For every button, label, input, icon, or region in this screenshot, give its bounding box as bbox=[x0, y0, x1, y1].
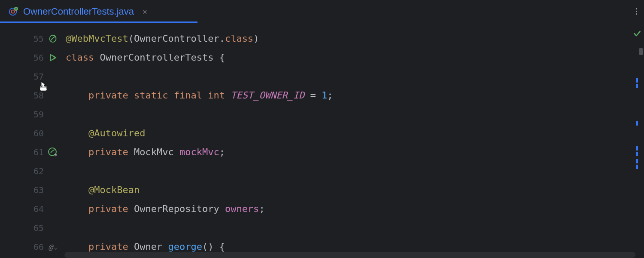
chevron-down-icon: ⌄ bbox=[54, 243, 57, 250]
code-line: private OwnerRepository owners; bbox=[66, 200, 644, 218]
run-test-icon[interactable] bbox=[47, 52, 58, 63]
scrollbar-horizontal[interactable] bbox=[64, 252, 635, 258]
line-number: 62 bbox=[30, 166, 44, 176]
spring-icon[interactable] bbox=[47, 33, 58, 44]
code-line bbox=[66, 218, 644, 237]
tab-close-icon[interactable]: ✕ bbox=[143, 7, 147, 16]
gutter-line[interactable]: 62 bbox=[0, 162, 62, 181]
scrollbar-thumb[interactable] bbox=[639, 48, 643, 55]
marker-icon[interactable] bbox=[636, 159, 638, 169]
gutter-line[interactable]: 55 bbox=[0, 29, 62, 48]
line-number: 60 bbox=[30, 128, 44, 138]
gutter-line[interactable]: 57 bbox=[0, 67, 62, 86]
gutter-line[interactable]: 64 bbox=[0, 200, 62, 218]
marker-icon[interactable] bbox=[636, 146, 638, 156]
more-actions-icon[interactable] bbox=[636, 8, 637, 15]
gutter-line[interactable]: 56 bbox=[0, 48, 62, 67]
mouse-cursor-icon bbox=[38, 79, 50, 93]
gutter-line[interactable]: 63 bbox=[0, 181, 62, 200]
line-number: 61 bbox=[30, 147, 44, 157]
line-number: 55 bbox=[30, 34, 44, 44]
editor: 55 56 57 58 59 60 61 bbox=[0, 23, 644, 258]
tab-title: OwnerControllerTests.java bbox=[23, 6, 134, 17]
tab-file[interactable]: OwnerControllerTests.java ✕ bbox=[0, 0, 153, 23]
gutter-line[interactable]: 60 bbox=[0, 124, 62, 143]
gutter-line[interactable]: 66 @ ⌄ bbox=[0, 237, 62, 256]
line-number: 59 bbox=[30, 109, 44, 120]
right-gutter bbox=[633, 23, 644, 258]
gutter-line[interactable]: 59 bbox=[0, 105, 62, 124]
gutter-line[interactable]: 65 bbox=[0, 218, 62, 237]
line-number: 63 bbox=[30, 185, 44, 195]
svg-point-1 bbox=[11, 10, 14, 13]
code-line bbox=[66, 67, 644, 86]
gutter-line[interactable]: 58 bbox=[0, 86, 62, 105]
code-line: private static final int TEST_OWNER_ID =… bbox=[66, 86, 644, 105]
marker-icon[interactable] bbox=[636, 121, 638, 126]
code-line bbox=[66, 105, 644, 124]
line-number: 56 bbox=[30, 52, 44, 63]
code-line: @Autowired bbox=[66, 124, 644, 143]
code-line: @WebMvcTest(OwnerController.class) bbox=[66, 29, 644, 48]
java-test-file-icon bbox=[9, 7, 18, 16]
line-number: 66 bbox=[30, 242, 44, 252]
code-line: @MockBean bbox=[66, 181, 644, 200]
marker-icon[interactable] bbox=[636, 78, 638, 88]
code-area[interactable]: @WebMvcTest(OwnerController.class) class… bbox=[62, 23, 644, 258]
tab-bar: OwnerControllerTests.java ✕ bbox=[0, 0, 644, 23]
code-line: private MockMvc mockMvc; bbox=[66, 143, 644, 162]
code-line bbox=[66, 162, 644, 181]
code-line: class OwnerControllerTests { bbox=[66, 48, 644, 67]
gutter: 55 56 57 58 59 60 61 bbox=[0, 23, 62, 258]
line-number: 65 bbox=[30, 223, 44, 233]
spring-bean-icon[interactable] bbox=[47, 147, 58, 158]
svg-rect-4 bbox=[40, 88, 47, 91]
override-icon[interactable]: @ ⌄ bbox=[47, 241, 58, 252]
gutter-line[interactable]: 61 bbox=[0, 143, 62, 162]
inspection-ok-icon[interactable] bbox=[633, 29, 641, 40]
line-number: 64 bbox=[30, 204, 44, 214]
